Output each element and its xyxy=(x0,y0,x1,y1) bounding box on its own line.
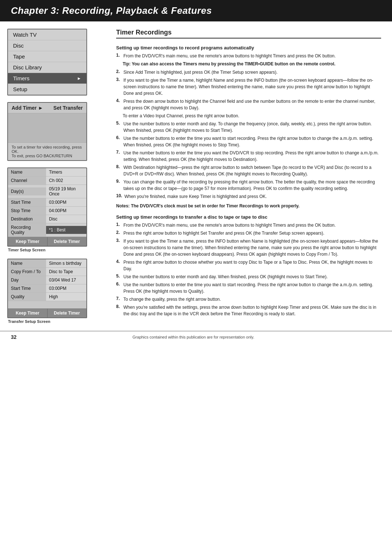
section-title: Timer Recordings xyxy=(116,29,381,39)
main-menu: Watch TV Disc Tape Disc Library Timers ►… xyxy=(7,29,87,96)
menu-item-watch-tv[interactable]: Watch TV xyxy=(8,29,86,40)
setup-row-stop-time: Stop Time 04:00PM xyxy=(8,207,86,215)
step-8: 8. With Destination highlighted—press th… xyxy=(116,164,381,177)
keep-timer-button[interactable]: Keep Timer xyxy=(8,237,48,246)
timer-setup-screen-container: Name Timers Channel Ch 002 Day(s) 05/19 … xyxy=(7,167,109,252)
page-footer: 32 Graphics contained within this public… xyxy=(0,331,392,343)
menu-item-tape[interactable]: Tape xyxy=(8,51,86,62)
transfer-row-copy-from-to: Copy From / To Disc to Tape xyxy=(8,268,86,276)
left-column: Watch TV Disc Tape Disc Library Timers ►… xyxy=(7,29,109,324)
menu-item-disc-library[interactable]: Disc Library xyxy=(8,62,86,73)
subsection2-title: Setting up timer recordings to transfer … xyxy=(116,214,381,220)
timer-setup-caption: Timer Setup Screen xyxy=(7,248,109,252)
transfer-step-8: 8. When you're satisfied with the settin… xyxy=(116,304,381,317)
step-3: 3. If you want to give the Timer a name,… xyxy=(116,77,381,97)
timer-nav-footer: To set a timer for video recording, pres… xyxy=(8,142,86,160)
step-1-num: 1. xyxy=(116,53,121,59)
timer-setup-screen: Name Timers Channel Ch 002 Day(s) 05/19 … xyxy=(7,167,87,247)
setup-row-days: Day(s) 05/19 19 Mon Once xyxy=(8,185,86,198)
menu-item-setup[interactable]: Setup xyxy=(8,84,86,95)
tip-box: Tip: You can also access the Timers menu… xyxy=(116,61,381,67)
step-9: 9. You can change the quality of the rec… xyxy=(116,179,381,192)
transfer-step-5: 5. Use the number buttons to enter month… xyxy=(116,274,381,280)
setup-row-recording-quality: Recording Quality *1 : Best xyxy=(8,223,86,237)
step-1: 1. From the DVD/VCR's main menu, use the… xyxy=(116,53,381,59)
timer-nav-box: Add Timer ► Set Transfer To set a timer … xyxy=(7,102,87,161)
delete-timer-button[interactable]: Delete Timer xyxy=(48,237,87,246)
step-7: 7. Use the number buttons to enter the t… xyxy=(116,150,381,163)
note-1: Notes: The DVD/VCR's clock must be set i… xyxy=(116,203,381,208)
subsection1-title: Setting up timer recordings to record pr… xyxy=(116,45,381,50)
transfer-row-name: Name Simon s birthday xyxy=(8,259,86,268)
transfer-step-7: 7. To change the quality, press the righ… xyxy=(116,296,381,303)
menu-item-timers[interactable]: Timers ► xyxy=(8,73,86,84)
transfer-step-2: 2. Press the right arrow button to highl… xyxy=(116,230,381,236)
transfer-row-start-time: Start Time 03:00PM xyxy=(8,284,86,293)
chapter-title: Chapter 3: Recording, Playback & Feature… xyxy=(11,5,212,16)
setup-row-destination: Destination Disc xyxy=(8,215,86,223)
set-transfer-label[interactable]: Set Transfer xyxy=(53,105,83,111)
step-1-text: From the DVD/VCR's main menu, use the re… xyxy=(123,53,336,59)
setup-row-channel: Channel Ch 002 xyxy=(8,177,86,185)
page-number: 32 xyxy=(11,334,17,340)
transfer-setup-buttons: Keep Timer Delete Timer xyxy=(8,308,86,317)
add-timer-label[interactable]: Add Timer ► xyxy=(12,105,43,111)
step-2: 2. Since Add Timer is highlighted, just … xyxy=(116,69,381,76)
timer-nav-body xyxy=(8,113,86,142)
transfer-setup-screen-container: Name Simon s birthday Copy From / To Dis… xyxy=(7,259,109,324)
add-timer-arrow-icon: ► xyxy=(38,105,43,111)
transfer-row-day: Day 03/04 Wed 17 xyxy=(8,276,86,284)
menu-item-disc[interactable]: Disc xyxy=(8,40,86,51)
transfer-step-3: 3. If you want to give the Timer a name,… xyxy=(116,238,381,258)
transfer-delete-timer-button[interactable]: Delete Timer xyxy=(48,309,87,317)
transfer-step-1: 1. From the DVD/VCR's main menu, use the… xyxy=(116,222,381,228)
step-4: 4. Press the down arrow button to highli… xyxy=(116,98,381,111)
setup-row-start-time: Start Time 03:00PM xyxy=(8,198,86,207)
transfer-step-6: 6. Use the number buttons to enter the t… xyxy=(116,281,381,295)
timer-nav-row: Add Timer ► Set Transfer xyxy=(8,103,86,113)
transfer-keep-timer-button[interactable]: Keep Timer xyxy=(8,309,48,317)
timer-setup-buttons: Keep Timer Delete Timer xyxy=(8,237,86,246)
step-10: 10. When you're finished, make sure Keep… xyxy=(116,193,381,200)
chapter-header: Chapter 3: Recording, Playback & Feature… xyxy=(0,0,392,21)
step-6: 6. Use the number buttons to enter the t… xyxy=(116,135,381,148)
step-5: 5. Use the number buttons to enter month… xyxy=(116,121,381,134)
setup-row-name: Name Timers xyxy=(8,168,86,177)
transfer-setup-caption: Transfer Setup Screen xyxy=(7,319,109,324)
tip-text: Tip: You can also access the Timers menu… xyxy=(123,61,335,66)
transfer-step-4: 4. Press the right arrow button to choos… xyxy=(116,259,381,272)
footer-center-text: Graphics contained within this publicati… xyxy=(17,335,370,339)
transfer-setup-screen: Name Simon s birthday Copy From / To Dis… xyxy=(7,259,87,318)
step-4-sub: To enter a Video Input Channel, press th… xyxy=(116,113,381,119)
right-column: Timer Recordings Setting up timer record… xyxy=(116,29,381,324)
timers-arrow-icon: ► xyxy=(77,76,81,81)
transfer-row-quality: Quality High xyxy=(8,293,86,301)
